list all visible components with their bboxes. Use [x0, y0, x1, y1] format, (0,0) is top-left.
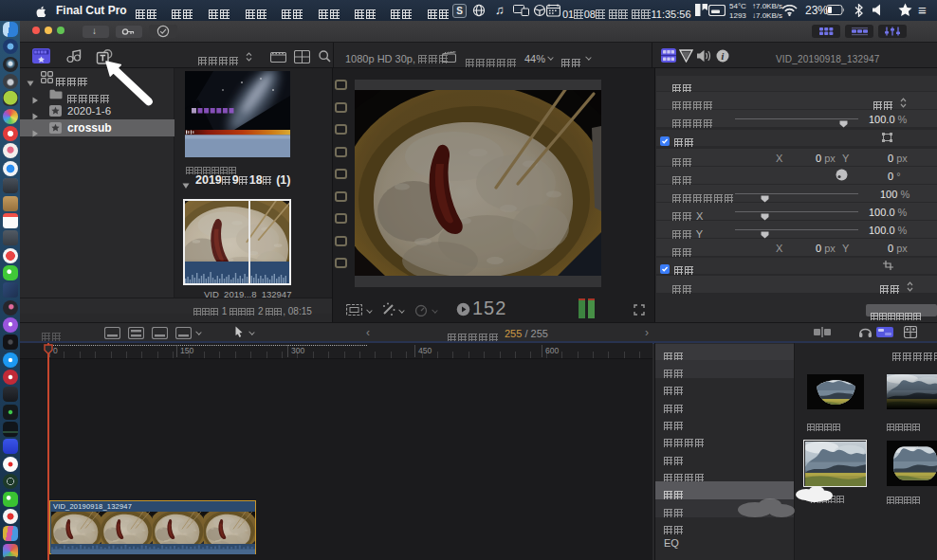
svg-text:i: i: [722, 51, 725, 62]
